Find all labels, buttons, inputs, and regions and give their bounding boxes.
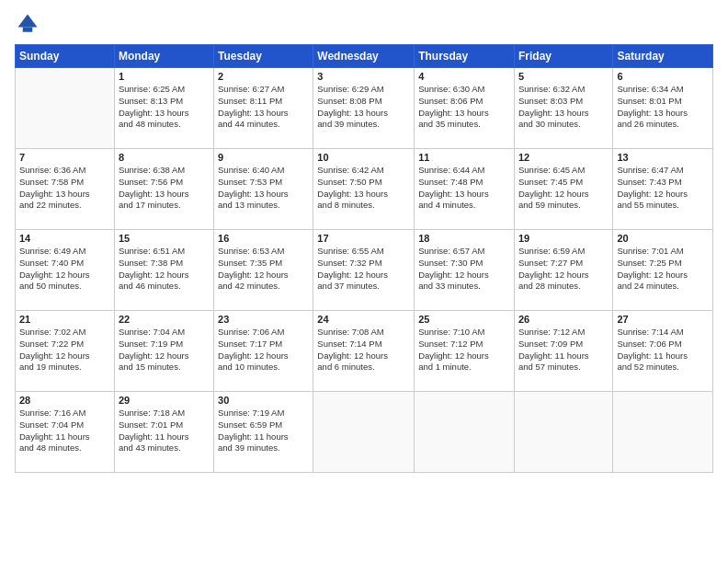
day-cell: 4Sunrise: 6:30 AM Sunset: 8:06 PM Daylig… [415, 68, 515, 149]
svg-rect-1 [23, 28, 33, 32]
day-number: 23 [218, 314, 309, 325]
day-info: Sunrise: 7:19 AM Sunset: 6:59 PM Dayligh… [218, 408, 309, 454]
day-cell: 29Sunrise: 7:18 AM Sunset: 7:01 PM Dayli… [114, 392, 213, 473]
day-number: 20 [617, 233, 709, 244]
day-number: 8 [119, 152, 210, 163]
day-number: 27 [617, 314, 709, 325]
day-number: 14 [19, 233, 110, 244]
day-number: 11 [418, 152, 510, 163]
week-row-0: 1Sunrise: 6:25 AM Sunset: 8:13 PM Daylig… [16, 68, 713, 149]
calendar: SundayMondayTuesdayWednesdayThursdayFrid… [15, 44, 713, 473]
day-number: 28 [19, 395, 110, 406]
day-info: Sunrise: 7:12 AM Sunset: 7:09 PM Dayligh… [518, 327, 609, 373]
day-cell: 18Sunrise: 6:57 AM Sunset: 7:30 PM Dayli… [415, 230, 515, 311]
weekday-header-thursday: Thursday [415, 45, 515, 68]
day-cell: 12Sunrise: 6:45 AM Sunset: 7:45 PM Dayli… [514, 149, 612, 230]
day-number: 25 [418, 314, 510, 325]
weekday-header-monday: Monday [114, 45, 213, 68]
day-info: Sunrise: 6:32 AM Sunset: 8:03 PM Dayligh… [518, 84, 609, 131]
weekday-header-saturday: Saturday [613, 45, 713, 68]
day-number: 19 [518, 233, 609, 244]
day-cell: 30Sunrise: 7:19 AM Sunset: 6:59 PM Dayli… [214, 392, 313, 473]
day-cell: 15Sunrise: 6:51 AM Sunset: 7:38 PM Dayli… [114, 230, 213, 311]
day-cell: 13Sunrise: 6:47 AM Sunset: 7:43 PM Dayli… [613, 149, 713, 230]
day-number: 4 [418, 71, 510, 82]
day-info: Sunrise: 6:29 AM Sunset: 8:08 PM Dayligh… [317, 84, 410, 131]
weekday-header-tuesday: Tuesday [214, 45, 313, 68]
header [15, 11, 713, 37]
day-cell: 6Sunrise: 6:34 AM Sunset: 8:01 PM Daylig… [613, 68, 713, 149]
day-cell: 2Sunrise: 6:27 AM Sunset: 8:11 PM Daylig… [214, 68, 313, 149]
day-info: Sunrise: 6:27 AM Sunset: 8:11 PM Dayligh… [218, 84, 309, 131]
day-number: 16 [218, 233, 309, 244]
day-cell: 3Sunrise: 6:29 AM Sunset: 8:08 PM Daylig… [313, 68, 415, 149]
day-number: 17 [317, 233, 410, 244]
day-number: 5 [518, 71, 609, 82]
day-info: Sunrise: 6:47 AM Sunset: 7:43 PM Dayligh… [617, 165, 709, 212]
day-cell: 22Sunrise: 7:04 AM Sunset: 7:19 PM Dayli… [114, 311, 213, 392]
week-row-1: 7Sunrise: 6:36 AM Sunset: 7:58 PM Daylig… [16, 149, 713, 230]
day-info: Sunrise: 6:59 AM Sunset: 7:27 PM Dayligh… [518, 246, 609, 293]
day-cell: 27Sunrise: 7:14 AM Sunset: 7:06 PM Dayli… [613, 311, 713, 392]
day-cell: 25Sunrise: 7:10 AM Sunset: 7:12 PM Dayli… [415, 311, 515, 392]
day-number: 26 [518, 314, 609, 325]
week-row-3: 21Sunrise: 7:02 AM Sunset: 7:22 PM Dayli… [16, 311, 713, 392]
day-cell: 20Sunrise: 7:01 AM Sunset: 7:25 PM Dayli… [613, 230, 713, 311]
week-row-2: 14Sunrise: 6:49 AM Sunset: 7:40 PM Dayli… [16, 230, 713, 311]
day-cell: 28Sunrise: 7:16 AM Sunset: 7:04 PM Dayli… [16, 392, 115, 473]
day-cell: 16Sunrise: 6:53 AM Sunset: 7:35 PM Dayli… [214, 230, 313, 311]
day-info: Sunrise: 6:40 AM Sunset: 7:53 PM Dayligh… [218, 165, 309, 212]
day-info: Sunrise: 6:34 AM Sunset: 8:01 PM Dayligh… [617, 84, 709, 131]
day-info: Sunrise: 6:25 AM Sunset: 8:13 PM Dayligh… [119, 84, 210, 131]
day-info: Sunrise: 6:38 AM Sunset: 7:56 PM Dayligh… [119, 165, 210, 212]
day-number: 2 [218, 71, 309, 82]
day-number: 9 [218, 152, 309, 163]
day-info: Sunrise: 6:42 AM Sunset: 7:50 PM Dayligh… [317, 165, 410, 212]
day-cell [313, 392, 415, 473]
svg-marker-0 [18, 15, 38, 28]
week-row-4: 28Sunrise: 7:16 AM Sunset: 7:04 PM Dayli… [16, 392, 713, 473]
day-cell: 24Sunrise: 7:08 AM Sunset: 7:14 PM Dayli… [313, 311, 415, 392]
day-cell: 1Sunrise: 6:25 AM Sunset: 8:13 PM Daylig… [114, 68, 213, 149]
day-cell [415, 392, 515, 473]
weekday-header-row: SundayMondayTuesdayWednesdayThursdayFrid… [16, 45, 713, 68]
weekday-header-friday: Friday [514, 45, 612, 68]
day-info: Sunrise: 7:18 AM Sunset: 7:01 PM Dayligh… [119, 408, 210, 454]
day-info: Sunrise: 7:04 AM Sunset: 7:19 PM Dayligh… [119, 327, 210, 373]
day-number: 24 [317, 314, 410, 325]
day-number: 1 [119, 71, 210, 82]
day-info: Sunrise: 6:53 AM Sunset: 7:35 PM Dayligh… [218, 246, 309, 293]
day-info: Sunrise: 7:16 AM Sunset: 7:04 PM Dayligh… [19, 408, 110, 454]
day-cell: 26Sunrise: 7:12 AM Sunset: 7:09 PM Dayli… [514, 311, 612, 392]
day-number: 3 [317, 71, 410, 82]
day-info: Sunrise: 6:57 AM Sunset: 7:30 PM Dayligh… [418, 246, 510, 293]
logo [15, 11, 44, 37]
weekday-header-sunday: Sunday [16, 45, 115, 68]
day-cell: 14Sunrise: 6:49 AM Sunset: 7:40 PM Dayli… [16, 230, 115, 311]
day-number: 21 [19, 314, 110, 325]
day-cell: 21Sunrise: 7:02 AM Sunset: 7:22 PM Dayli… [16, 311, 115, 392]
day-number: 29 [119, 395, 210, 406]
day-number: 30 [218, 395, 309, 406]
day-info: Sunrise: 6:51 AM Sunset: 7:38 PM Dayligh… [119, 246, 210, 293]
day-number: 10 [317, 152, 410, 163]
day-info: Sunrise: 6:45 AM Sunset: 7:45 PM Dayligh… [518, 165, 609, 212]
day-info: Sunrise: 6:44 AM Sunset: 7:48 PM Dayligh… [418, 165, 510, 212]
day-cell: 23Sunrise: 7:06 AM Sunset: 7:17 PM Dayli… [214, 311, 313, 392]
day-info: Sunrise: 7:06 AM Sunset: 7:17 PM Dayligh… [218, 327, 309, 373]
day-info: Sunrise: 7:14 AM Sunset: 7:06 PM Dayligh… [617, 327, 709, 373]
day-info: Sunrise: 6:36 AM Sunset: 7:58 PM Dayligh… [19, 165, 110, 212]
day-cell [613, 392, 713, 473]
day-cell: 9Sunrise: 6:40 AM Sunset: 7:53 PM Daylig… [214, 149, 313, 230]
day-info: Sunrise: 7:01 AM Sunset: 7:25 PM Dayligh… [617, 246, 709, 293]
day-info: Sunrise: 6:55 AM Sunset: 7:32 PM Dayligh… [317, 246, 410, 293]
day-cell [16, 68, 115, 149]
day-number: 12 [518, 152, 609, 163]
day-cell: 5Sunrise: 6:32 AM Sunset: 8:03 PM Daylig… [514, 68, 612, 149]
day-info: Sunrise: 6:49 AM Sunset: 7:40 PM Dayligh… [19, 246, 110, 293]
weekday-header-wednesday: Wednesday [313, 45, 415, 68]
day-info: Sunrise: 7:02 AM Sunset: 7:22 PM Dayligh… [19, 327, 110, 373]
day-number: 6 [617, 71, 709, 82]
day-cell: 8Sunrise: 6:38 AM Sunset: 7:56 PM Daylig… [114, 149, 213, 230]
day-info: Sunrise: 6:30 AM Sunset: 8:06 PM Dayligh… [418, 84, 510, 131]
